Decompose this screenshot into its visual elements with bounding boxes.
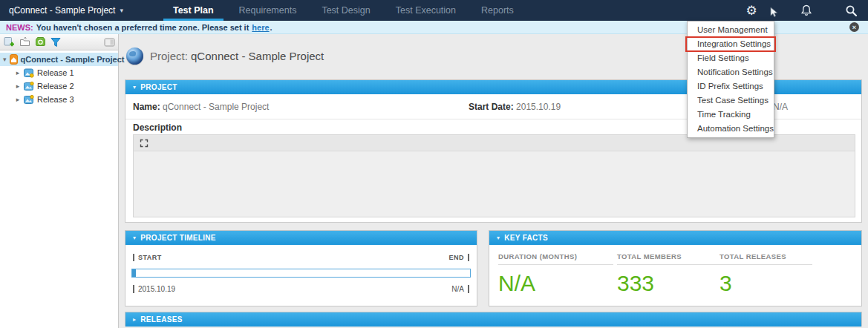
field-name-label: Name:: [133, 102, 160, 112]
field-end-date: N/A: [773, 102, 788, 112]
fact-total-members: TOTAL MEMBERS 333: [617, 252, 725, 296]
project-timeline-panel: ▾ PROJECT TIMELINE START END 2015.10.19 …: [125, 230, 477, 306]
releases-panel-title: RELEASES: [140, 315, 182, 324]
field-start-date-label: Start Date:: [469, 102, 514, 112]
timeline-body: START END 2015.10.19 N/A: [125, 245, 477, 307]
add-item-icon[interactable]: [2, 36, 16, 49]
filter-funnel-icon[interactable]: [49, 36, 62, 49]
globe-icon: [126, 47, 143, 65]
menu-item-integration-settings[interactable]: Integration Settings: [688, 37, 774, 51]
tree-root-project[interactable]: ▾ qConnect - Sample Project: [0, 53, 118, 66]
timeline-start-label: START: [133, 254, 162, 261]
caret-right-icon[interactable]: ▸: [15, 82, 21, 90]
field-name: Name: qConnect - Sample Project: [133, 102, 269, 112]
project-selector[interactable]: qConnect - Sample Project ▾: [0, 0, 132, 21]
caret-down-icon[interactable]: ▾: [3, 56, 7, 63]
key-facts-panel: ▾ KEY FACTS DURATION (MONTHS) N/A TOTAL …: [489, 230, 862, 306]
release-icon: [24, 68, 34, 78]
tree-item-release-2[interactable]: ▸ Release 2: [0, 79, 118, 93]
caret-right-icon[interactable]: ▸: [15, 96, 21, 103]
menu-item-id-prefix-settings[interactable]: ID Prefix Settings: [688, 79, 774, 94]
tab-test-design[interactable]: Test Design: [309, 0, 382, 21]
tree-item-release-3[interactable]: ▸ Release 3: [0, 93, 118, 106]
search-icon[interactable]: [843, 2, 859, 19]
timeline-start-date: 2015.10.19: [133, 285, 175, 293]
description-label: Description: [133, 122, 182, 133]
menu-item-test-case-settings[interactable]: Test Case Settings: [688, 94, 774, 108]
timeline-panel-title: PROJECT TIMELINE: [140, 234, 215, 242]
menu-item-field-settings[interactable]: Field Settings: [688, 51, 774, 65]
field-start-date: Start Date: 2015.10.19: [469, 102, 561, 112]
notifications-bell-icon[interactable]: [798, 2, 815, 19]
nav-icon-group: ⚙: [743, 0, 868, 21]
collapse-panel-icon[interactable]: [102, 36, 116, 49]
menu-item-time-tracking[interactable]: Time Tracking: [688, 108, 774, 122]
page-title: Project: qConnect - Sample Project: [150, 50, 324, 62]
tree-item-release-1[interactable]: ▸ Release 1: [0, 66, 118, 79]
fact-total-releases-label: TOTAL RELEASES: [719, 252, 812, 265]
key-facts-panel-header[interactable]: ▾ KEY FACTS: [489, 231, 861, 245]
project-panel-title: PROJECT: [140, 83, 177, 91]
release-icon: [24, 95, 34, 105]
fact-total-releases-value: 3: [719, 271, 812, 296]
tab-test-execution[interactable]: Test Execution: [383, 0, 469, 21]
description-editor[interactable]: [133, 134, 855, 217]
fact-total-members-label: TOTAL MEMBERS: [617, 252, 725, 265]
gear-glyph: ⚙: [745, 4, 757, 17]
page-title-prefix: Project:: [150, 50, 188, 62]
fact-total-releases: TOTAL RELEASES 3: [719, 252, 812, 296]
caret-right-icon: ▸: [133, 316, 136, 323]
tree-item-label: Release 1: [37, 68, 74, 77]
search-glyph: [845, 4, 858, 17]
top-navigation-bar: qConnect - Sample Project ▾ Test Plan Re…: [0, 0, 868, 21]
tab-reports[interactable]: Reports: [469, 0, 526, 21]
timeline-end-date: N/A: [451, 285, 469, 293]
news-here-link[interactable]: here: [252, 23, 269, 32]
caret-down-icon: ▾: [133, 234, 136, 241]
tab-requirements[interactable]: Requirements: [226, 0, 310, 21]
settings-dropdown-menu: User Management Integration Settings Fie…: [687, 21, 774, 138]
page-title-project-name: qConnect - Sample Project: [191, 50, 324, 62]
key-facts-panel-title: KEY FACTS: [504, 234, 548, 242]
page-header: Project: qConnect - Sample Project: [126, 47, 324, 65]
timeline-progress-fill: [132, 269, 136, 277]
caret-right-icon[interactable]: ▸: [15, 69, 21, 76]
caret-down-icon: ▾: [120, 7, 123, 14]
recycle-bin-icon[interactable]: [33, 36, 47, 49]
bell-glyph: [800, 4, 812, 17]
tree-toolbar: [0, 34, 118, 50]
fact-total-members-value: 333: [617, 271, 725, 296]
caret-down-icon: ▾: [497, 234, 500, 241]
news-prefix: NEWS:: [6, 23, 33, 32]
key-facts-body: DURATION (MONTHS) N/A TOTAL MEMBERS 333 …: [489, 245, 861, 307]
menu-item-integration-settings-label: Integration Settings: [697, 39, 771, 48]
timeline-panel-header[interactable]: ▾ PROJECT TIMELINE: [125, 231, 477, 245]
fact-duration-label: DURATION (MONTHS): [498, 252, 613, 265]
releases-panel-header[interactable]: ▸ RELEASES: [125, 312, 861, 327]
tree-item-label: Release 2: [37, 82, 74, 91]
timeline-progress-bar: [131, 269, 471, 278]
fact-duration-value: N/A: [498, 271, 613, 296]
tree-item-label: Release 3: [37, 95, 74, 104]
tree-root-label: qConnect - Sample Project: [21, 55, 125, 64]
new-folder-icon[interactable]: [18, 36, 31, 49]
field-name-value: qConnect - Sample Project: [163, 102, 269, 112]
news-message: You haven't chosen a preferred time zone…: [36, 23, 249, 32]
menu-item-user-management[interactable]: User Management: [688, 23, 774, 37]
news-close-icon[interactable]: ×: [849, 22, 859, 32]
settings-gear-icon[interactable]: ⚙: [743, 2, 760, 19]
release-icon: [24, 82, 34, 91]
releases-panel: ▸ RELEASES: [125, 312, 862, 327]
project-tree-sidebar: ▾ qConnect - Sample Project ▸ Release 1 …: [0, 34, 119, 328]
tab-test-plan[interactable]: Test Plan: [160, 0, 226, 21]
caret-down-icon: ▾: [133, 84, 136, 91]
home-icon: [10, 54, 18, 65]
expand-icon[interactable]: [140, 139, 149, 148]
menu-item-automation-settings[interactable]: Automation Settings: [688, 122, 774, 136]
mouse-cursor-icon: [769, 7, 779, 21]
menu-item-notification-settings[interactable]: Notification Settings: [688, 65, 774, 79]
fact-duration: DURATION (MONTHS) N/A: [498, 252, 613, 296]
timeline-end-label: END: [448, 254, 469, 261]
project-tree: ▾ qConnect - Sample Project ▸ Release 1 …: [0, 50, 118, 106]
news-suffix: .: [270, 23, 273, 32]
